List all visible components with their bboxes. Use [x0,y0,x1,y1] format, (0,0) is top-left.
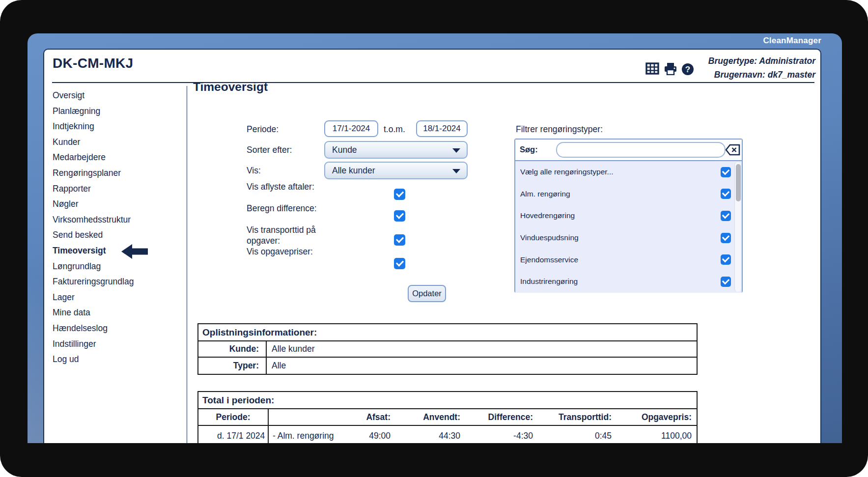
kunde-row-value: Alle kunder [267,341,697,357]
col-header-transporttid: Transporttid: [538,409,616,425]
filter-search-row: Søg: [515,140,742,161]
filter-item-checkbox[interactable] [721,189,731,199]
vis-value: Alle kunder [332,166,375,176]
cell-type: - Alm. rengøring [268,426,346,443]
header-divider [52,82,814,83]
col-header-anvendt: Anvendt: [395,409,465,425]
filter-item-label: Industrirengøring [520,277,578,286]
filter-item-label: Vinduespudsning [520,233,579,242]
chevron-down-icon [452,148,460,153]
col-header-opgavepris: Opgavepris: [616,409,697,425]
cell-difference: -4:30 [465,426,538,443]
col-header-periode: Periode: [198,409,268,425]
sorter-efter-value: Kunde [332,145,357,155]
sidebar-item-medarbejdere[interactable]: Medarbejdere [53,150,183,166]
browser-viewport: CleanManager DK-CM-MKJ [28,33,842,443]
vis-aflyste-aftaler-checkbox[interactable] [394,189,405,200]
table-row: Kunde: Alle kunder [198,341,697,358]
typer-row-label: Typer: [198,358,267,374]
total-table-header-row: Periode: Afsat: Anvendt: Difference: Tra… [198,409,697,426]
sidebar-divider [187,86,187,443]
col-header-afsat: Afsat: [346,409,395,425]
vis-select[interactable]: Alle kunder [324,162,468,179]
filter-item-industrirengoering[interactable]: Industrirengøring [515,271,742,293]
sidebar-item-timeoversigt[interactable]: Timeoversigt [53,243,183,259]
filter-item-checkbox[interactable] [721,254,731,265]
vis-transporttid-checkbox[interactable] [394,234,405,246]
kunde-row-label: Kunde: [198,341,267,357]
sidebar-item-mine-data[interactable]: Mine data [53,305,183,321]
cell-periode: d. 17/1 2024 [198,426,268,443]
filter-item-label: Alm. rengøring [520,190,570,198]
sorter-efter-label: Sorter efter: [247,145,292,155]
oplistnings-table: Oplistningsinformationer: Kunde: Alle ku… [197,323,698,375]
monitor-bezel: CleanManager DK-CM-MKJ [0,0,868,477]
filter-item-checkbox[interactable] [721,277,731,287]
scrollbar-thumb[interactable] [736,164,741,201]
total-table-data-row: d. 17/1 2024 - Alm. rengøring 49:00 44:3… [198,426,697,443]
sidebar-item-noegler[interactable]: Nøgler [53,196,183,212]
table-row: Typer: Alle [198,358,697,374]
sidebar-item-send-besked[interactable]: Send besked [53,227,183,243]
col-header-type [268,409,346,425]
vis-opgavepriser-checkbox[interactable] [394,258,405,269]
oplistnings-table-title: Oplistningsinformationer: [198,324,697,341]
sidebar-item-faktureringsgrundlag[interactable]: Faktureringsgrundlag [53,274,183,290]
filter-list: Vælg alle rengøringstyper... Alm. rengør… [515,161,742,293]
sidebar-item-rapporter[interactable]: Rapporter [53,181,183,197]
tom-label: t.o.m. [384,124,405,135]
search-input[interactable] [556,142,726,158]
filter-item-label: Hovedrengøring [520,211,575,220]
cell-anvendt: 44:30 [395,426,465,443]
filter-item-hovedrengoering[interactable]: Hovedrengøring [515,205,742,227]
sidebar-item-indtjekning[interactable]: Indtjekning [53,119,183,135]
sidebar-item-loengrundlag[interactable]: Løngrundlag [53,259,183,275]
typer-row-value: Alle [267,358,697,374]
sidebar-item-kunder[interactable]: Kunder [53,135,183,150]
sidebar-item-log-ud[interactable]: Log ud [53,352,183,367]
sidebar-item-haendelseslog[interactable]: Hændelseslog [53,321,183,337]
usertype-label: Brugertype: Administrator [609,56,815,66]
sidebar-item-oversigt[interactable]: Oversigt [53,88,183,104]
cell-opgavepris: 1100,00 [616,426,697,443]
sidebar-nav: Oversigt Planlægning Indtjekning Kunder … [53,88,183,367]
cell-afsat: 49:00 [346,426,395,443]
col-header-difference: Difference: [465,409,538,425]
cell-transporttid: 0:45 [538,426,616,443]
filter-list-scrollbar[interactable] [734,162,741,292]
sidebar-item-planlaegning[interactable]: Planlægning [53,104,183,119]
filter-panel: Søg: Vælg alle rengøringstyper... [514,139,743,293]
sorter-efter-select[interactable]: Kunde [324,141,468,159]
clear-search-icon[interactable] [726,144,740,156]
filter-item-checkbox[interactable] [721,167,731,177]
date-to-input[interactable] [416,120,468,137]
search-label: Søg: [520,145,538,154]
content-title: Timeoversigt [193,80,268,94]
filter-item-label: Vælg alle rengøringstyper... [520,168,614,176]
sidebar-item-indstillinger[interactable]: Indstillinger [53,337,183,352]
filter-item-select-all[interactable]: Vælg alle rengøringstyper... [515,161,742,183]
chevron-down-icon [452,169,460,173]
filter-item-checkbox[interactable] [721,233,731,243]
sidebar-item-lager[interactable]: Lager [53,290,183,306]
periode-label: Periode: [247,124,279,135]
date-from-input[interactable] [324,120,378,137]
filter-item-label: Ejendomsservice [520,255,578,264]
vis-label: Vis: [247,166,261,176]
vis-transporttid-label: Vis transporttid på opgaver: [247,224,319,246]
sidebar-item-virksomhedsstruktur[interactable]: Virksomhedsstruktur [53,212,183,228]
vis-aflyste-aftaler-label: Vis aflyste aftaler: [247,181,319,192]
beregn-difference-label: Beregn difference: [247,203,319,214]
beregn-difference-checkbox[interactable] [394,210,405,222]
filter-item-alm-rengoering[interactable]: Alm. rengøring [515,183,742,205]
vis-opgavepriser-label: Vis opgavepriser: [247,246,319,257]
filter-item-checkbox[interactable] [721,211,731,221]
sidebar-item-rengoeringsplaner[interactable]: Rengøringsplaner [53,166,183,181]
username-label: Brugernavn: dk7_master [609,70,815,80]
filter-item-vinduespudsning[interactable]: Vinduespudsning [515,227,742,249]
filter-item-ejendomsservice[interactable]: Ejendomsservice [515,249,742,271]
brand-label: CleanManager [763,36,821,46]
opdater-button[interactable]: Opdater [408,285,446,302]
filter-title: Filtrer rengøringstyper: [516,124,603,135]
total-table-title: Total i perioden: [198,392,697,409]
